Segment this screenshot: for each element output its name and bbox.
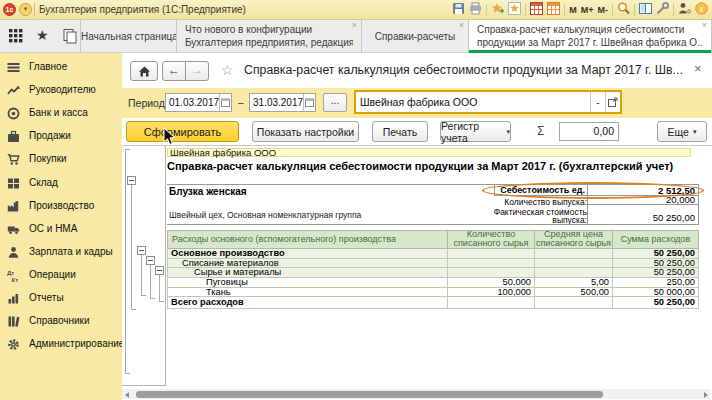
sum-field[interactable]: 0,00 xyxy=(559,122,619,141)
back-button[interactable]: ← xyxy=(162,61,186,81)
forward-button[interactable]: → xyxy=(185,61,209,81)
more-button[interactable]: Еще▾ xyxy=(657,121,707,142)
sidebar-item-warehouse[interactable]: Склад xyxy=(0,170,122,193)
calendar-icon[interactable] xyxy=(547,1,560,19)
calculator-icon[interactable] xyxy=(530,1,543,19)
product-name[interactable]: Блузка женская xyxy=(169,186,247,197)
window-titlebar: 1с ▼ Бухгалтерия предприятия (1С:Предпри… xyxy=(0,0,712,20)
sidebar-item-main[interactable]: Главное xyxy=(0,55,122,78)
collapse-group-icon[interactable] xyxy=(127,176,136,185)
favorite-star-icon[interactable]: ☆ xyxy=(221,62,234,78)
table-total-row[interactable]: Всего расходов 50 250,00 xyxy=(167,297,699,309)
tab-label: Что нового в конфигурации xyxy=(185,23,353,36)
sidebar-item-sales[interactable]: Продажи xyxy=(0,124,122,147)
org-open-icon[interactable] xyxy=(605,92,620,112)
tab-whats-new[interactable]: Что нового в конфигурации Бухгалтерия пр… xyxy=(177,20,362,53)
period-options-button[interactable]: ... xyxy=(323,93,347,112)
bar-chart-icon xyxy=(7,291,20,304)
tab-home[interactable]: Начальная страница xyxy=(80,20,177,53)
main-menu-icon[interactable]: ▼ xyxy=(19,3,32,16)
grid-icon xyxy=(7,176,20,189)
product-group: Швейный цех, Основная номенклатурная гру… xyxy=(169,210,361,220)
sidebar-item-administration[interactable]: Администрирование xyxy=(0,332,122,355)
report-org-row[interactable]: Швейная фабрика ООО xyxy=(167,148,691,157)
actual-cost-value[interactable]: 50 250,00 xyxy=(587,205,699,224)
home-button[interactable] xyxy=(130,61,158,81)
truck-icon xyxy=(7,222,20,235)
titlebar-divider xyxy=(34,3,35,17)
memory-icon[interactable]: М xyxy=(569,5,577,15)
report-viewport: Швейная фабрика ООО Справка-расчет кальк… xyxy=(122,145,712,400)
org-dropdown-button[interactable]: - xyxy=(590,92,605,112)
sum-sigma-icon: Σ xyxy=(537,124,544,138)
sidebar-item-operations[interactable]: ДтКт Операции xyxy=(0,263,122,286)
1c-logo-icon[interactable]: 1с xyxy=(3,3,16,16)
memory-minus-icon[interactable]: М- xyxy=(598,5,609,15)
dt-kt-icon: ДтКт xyxy=(7,268,20,281)
period-to-input[interactable]: 31.03.2017 xyxy=(249,93,316,112)
scroll-right-icon[interactable] xyxy=(704,392,708,398)
sidebar-item-reports[interactable]: Отчеты xyxy=(0,286,122,309)
tab-close-icon[interactable]: × xyxy=(459,21,464,30)
calendar-picker-icon[interactable] xyxy=(304,98,315,107)
save-icon[interactable] xyxy=(452,1,465,19)
close-report-icon[interactable]: × xyxy=(694,61,702,76)
zoom-icon[interactable] xyxy=(617,1,630,19)
application-window: 1с ▼ Бухгалтерия предприятия (1С:Предпри… xyxy=(0,0,712,400)
table-row[interactable]: Ткань 100,000 500,00 50 000,00 xyxy=(167,288,699,298)
expenses-table: Расходы основного (вспомогательного) про… xyxy=(167,230,699,309)
tab-references[interactable]: Справки-расчеты × xyxy=(362,20,469,53)
chart-line-icon xyxy=(7,83,20,96)
memory-plus-icon[interactable]: М+ xyxy=(581,5,594,15)
table-header-row: Расходы основного (вспомогательного) про… xyxy=(167,230,699,250)
sidebar-item-manager[interactable]: Руководителю xyxy=(0,78,122,101)
scroll-left-icon[interactable] xyxy=(125,392,129,398)
chevron-down-icon: ▾ xyxy=(693,128,697,136)
sidebar-item-fixed-assets[interactable]: ОС и НМА xyxy=(0,217,122,240)
report-header-bar: ← → ☆ Справка-расчет калькуляция себесто… xyxy=(122,53,712,88)
scrollbar-thumb[interactable] xyxy=(136,391,603,398)
sidebar-item-bank[interactable]: Банк и касса xyxy=(0,101,122,124)
settings-wrench-icon[interactable] xyxy=(656,1,669,19)
calendar-picker-icon[interactable] xyxy=(220,98,231,107)
collapse-group-icon[interactable] xyxy=(137,246,146,255)
split-view-icon[interactable] xyxy=(639,1,652,19)
tab-label: Справки-расчеты xyxy=(375,30,456,43)
period-from-input[interactable]: 01.03.2017 xyxy=(165,93,232,112)
tab-report-active[interactable]: Справка-расчет калькуляция себестоимости… xyxy=(469,20,712,53)
info-icon[interactable]: i xyxy=(695,1,708,19)
history-icon[interactable] xyxy=(62,28,78,48)
factory-icon xyxy=(7,199,20,212)
tab-label: Бухгалтерия предприятия, редакция 3.0 xyxy=(185,36,353,49)
report-group-margin xyxy=(122,146,166,386)
collapse-group-icon[interactable] xyxy=(155,266,164,275)
gear-icon xyxy=(7,337,20,350)
organization-value: Швейная фабрика ООО xyxy=(360,96,477,108)
print-icon[interactable] xyxy=(469,1,482,19)
sidebar-item-purchases[interactable]: Покупки xyxy=(0,147,122,170)
add-favorite-icon[interactable] xyxy=(491,1,504,19)
user-icon[interactable] xyxy=(678,1,691,19)
sidebar-item-production[interactable]: Производство xyxy=(0,194,122,217)
generate-button[interactable]: Сформировать xyxy=(126,121,239,142)
horizontal-scrollbar[interactable] xyxy=(122,389,711,399)
favorites-star-icon[interactable]: ★ xyxy=(36,27,49,43)
svg-text:i: i xyxy=(700,5,702,14)
sidebar-item-salary[interactable]: Зарплата и кадры xyxy=(0,240,122,263)
tab-bar: ★ Начальная страница Что нового в конфиг… xyxy=(0,20,712,53)
sidebar-item-directories[interactable]: Справочники xyxy=(0,309,122,332)
table-row[interactable]: Пуговицы 50,000 5,00 250,00 xyxy=(167,278,699,288)
print-button[interactable]: Печать xyxy=(372,121,428,142)
register-button[interactable]: Регистр учета▾ xyxy=(440,121,511,142)
person-icon xyxy=(7,245,20,258)
apps-menu-icon[interactable] xyxy=(8,28,24,48)
tab-close-icon[interactable]: × xyxy=(702,21,707,30)
collapse-group-icon[interactable] xyxy=(146,256,155,265)
briefcase-icon xyxy=(7,129,20,142)
favorites-icon[interactable] xyxy=(508,1,521,19)
show-settings-button[interactable]: Показать настройки xyxy=(252,121,359,142)
organization-combo[interactable]: Швейная фабрика ООО - xyxy=(354,90,622,114)
svg-text:Дт: Дт xyxy=(7,270,14,276)
cart-icon xyxy=(7,152,20,165)
tab-close-icon[interactable]: × xyxy=(352,21,357,30)
